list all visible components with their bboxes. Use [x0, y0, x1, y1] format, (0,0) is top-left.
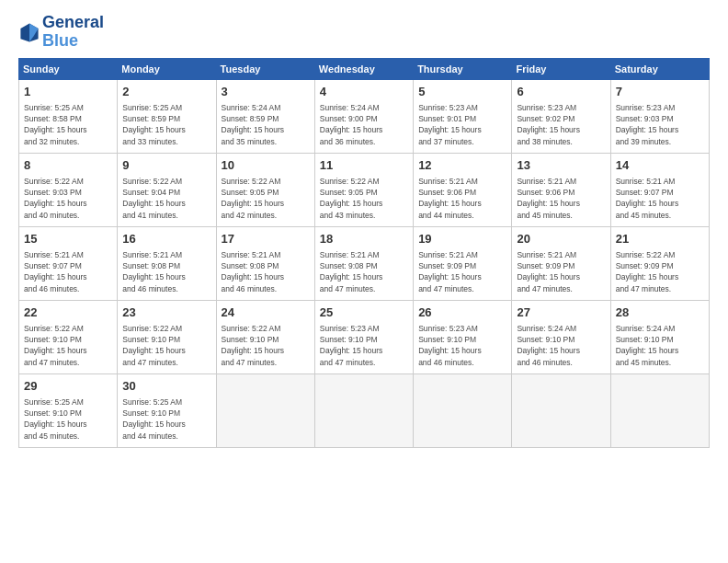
- day-info: Sunrise: 5:25 AMSunset: 8:58 PMDaylight:…: [24, 102, 112, 147]
- day-number: 7: [616, 84, 704, 100]
- day-info: Sunrise: 5:24 AMSunset: 9:10 PMDaylight:…: [616, 323, 704, 368]
- calendar-cell: 8Sunrise: 5:22 AMSunset: 9:03 PMDaylight…: [19, 153, 118, 226]
- calendar-cell: 1Sunrise: 5:25 AMSunset: 8:58 PMDaylight…: [19, 79, 118, 153]
- day-info: Sunrise: 5:21 AMSunset: 9:08 PMDaylight:…: [222, 249, 310, 294]
- calendar-cell: 30Sunrise: 5:25 AMSunset: 9:10 PMDayligh…: [118, 373, 216, 447]
- calendar-cell: [610, 373, 709, 447]
- day-of-week-header: Wednesday: [314, 58, 413, 79]
- calendar-cell: 14Sunrise: 5:21 AMSunset: 9:07 PMDayligh…: [610, 153, 709, 226]
- calendar-cell: 26Sunrise: 5:23 AMSunset: 9:10 PMDayligh…: [414, 300, 512, 373]
- calendar-cell: [512, 373, 610, 447]
- calendar-cell: 19Sunrise: 5:21 AMSunset: 9:09 PMDayligh…: [414, 226, 512, 300]
- day-info: Sunrise: 5:23 AMSunset: 9:03 PMDaylight:…: [616, 102, 704, 147]
- calendar-cell: 21Sunrise: 5:22 AMSunset: 9:09 PMDayligh…: [610, 226, 709, 300]
- day-info: Sunrise: 5:22 AMSunset: 9:10 PMDaylight:…: [122, 323, 210, 368]
- day-number: 21: [616, 231, 704, 247]
- day-number: 28: [616, 304, 704, 321]
- day-info: Sunrise: 5:21 AMSunset: 9:06 PMDaylight:…: [517, 176, 605, 221]
- calendar-cell: 27Sunrise: 5:24 AMSunset: 9:10 PMDayligh…: [512, 300, 610, 373]
- day-info: Sunrise: 5:25 AMSunset: 9:10 PMDaylight:…: [24, 396, 112, 442]
- day-of-week-header: Saturday: [610, 58, 709, 79]
- page: GeneralBlue SundayMondayTuesdayWednesday…: [0, 0, 728, 563]
- day-number: 11: [320, 157, 408, 174]
- day-info: Sunrise: 5:21 AMSunset: 9:06 PMDaylight:…: [418, 176, 506, 221]
- calendar-cell: 12Sunrise: 5:21 AMSunset: 9:06 PMDayligh…: [414, 153, 512, 226]
- calendar-cell: 2Sunrise: 5:25 AMSunset: 8:59 PMDaylight…: [118, 79, 216, 153]
- day-number: 30: [122, 378, 210, 395]
- day-info: Sunrise: 5:25 AMSunset: 8:59 PMDaylight:…: [122, 102, 210, 147]
- day-number: 17: [222, 231, 310, 247]
- day-info: Sunrise: 5:21 AMSunset: 9:08 PMDaylight:…: [122, 249, 210, 294]
- day-number: 15: [24, 231, 112, 247]
- calendar-cell: 4Sunrise: 5:24 AMSunset: 9:00 PMDaylight…: [314, 79, 413, 153]
- day-info: Sunrise: 5:24 AMSunset: 9:10 PMDaylight:…: [517, 323, 605, 368]
- day-info: Sunrise: 5:22 AMSunset: 9:05 PMDaylight:…: [222, 176, 310, 221]
- header: GeneralBlue: [18, 14, 710, 51]
- calendar-cell: 16Sunrise: 5:21 AMSunset: 9:08 PMDayligh…: [118, 226, 216, 300]
- day-of-week-header: Sunday: [19, 58, 118, 79]
- calendar-cell: 28Sunrise: 5:24 AMSunset: 9:10 PMDayligh…: [610, 300, 709, 373]
- calendar-cell: [216, 373, 314, 447]
- day-info: Sunrise: 5:21 AMSunset: 9:07 PMDaylight:…: [616, 176, 704, 221]
- day-info: Sunrise: 5:24 AMSunset: 9:00 PMDaylight:…: [320, 102, 408, 147]
- calendar-cell: 15Sunrise: 5:21 AMSunset: 9:07 PMDayligh…: [19, 226, 118, 300]
- calendar-cell: 13Sunrise: 5:21 AMSunset: 9:06 PMDayligh…: [512, 153, 610, 226]
- calendar-cell: 23Sunrise: 5:22 AMSunset: 9:10 PMDayligh…: [118, 300, 216, 373]
- calendar-cell: 11Sunrise: 5:22 AMSunset: 9:05 PMDayligh…: [314, 153, 413, 226]
- day-number: 27: [517, 304, 605, 321]
- day-info: Sunrise: 5:22 AMSunset: 9:10 PMDaylight:…: [24, 323, 112, 368]
- day-number: 2: [122, 84, 210, 100]
- day-number: 25: [320, 304, 408, 321]
- day-number: 8: [24, 157, 112, 174]
- day-number: 14: [616, 157, 704, 174]
- day-number: 16: [122, 231, 210, 247]
- day-number: 10: [222, 157, 310, 174]
- day-number: 22: [24, 304, 112, 321]
- calendar-cell: [314, 373, 413, 447]
- day-number: 23: [122, 304, 210, 321]
- day-of-week-header: Monday: [118, 58, 216, 79]
- day-number: 5: [418, 84, 506, 100]
- calendar-cell: 25Sunrise: 5:23 AMSunset: 9:10 PMDayligh…: [314, 300, 413, 373]
- calendar-cell: 5Sunrise: 5:23 AMSunset: 9:01 PMDaylight…: [414, 79, 512, 153]
- day-info: Sunrise: 5:22 AMSunset: 9:10 PMDaylight:…: [222, 323, 310, 368]
- day-number: 4: [320, 84, 408, 100]
- logo-icon: [18, 21, 40, 43]
- day-info: Sunrise: 5:21 AMSunset: 9:09 PMDaylight:…: [418, 249, 506, 294]
- day-number: 20: [517, 231, 605, 247]
- day-number: 1: [24, 84, 112, 100]
- day-number: 13: [517, 157, 605, 174]
- day-info: Sunrise: 5:25 AMSunset: 9:10 PMDaylight:…: [122, 396, 210, 442]
- day-number: 3: [222, 84, 310, 100]
- calendar-cell: 7Sunrise: 5:23 AMSunset: 9:03 PMDaylight…: [610, 79, 709, 153]
- day-number: 6: [517, 84, 605, 100]
- day-info: Sunrise: 5:21 AMSunset: 9:08 PMDaylight:…: [320, 249, 408, 294]
- day-number: 24: [222, 304, 310, 321]
- calendar-cell: 10Sunrise: 5:22 AMSunset: 9:05 PMDayligh…: [216, 153, 314, 226]
- calendar-cell: 6Sunrise: 5:23 AMSunset: 9:02 PMDaylight…: [512, 79, 610, 153]
- day-info: Sunrise: 5:23 AMSunset: 9:01 PMDaylight:…: [418, 102, 506, 147]
- day-of-week-header: Thursday: [414, 58, 512, 79]
- day-number: 26: [418, 304, 506, 321]
- calendar-cell: 9Sunrise: 5:22 AMSunset: 9:04 PMDaylight…: [118, 153, 216, 226]
- logo-text: GeneralBlue: [42, 14, 104, 51]
- calendar-cell: 24Sunrise: 5:22 AMSunset: 9:10 PMDayligh…: [216, 300, 314, 373]
- calendar-cell: 22Sunrise: 5:22 AMSunset: 9:10 PMDayligh…: [19, 300, 118, 373]
- day-number: 29: [24, 378, 112, 395]
- day-info: Sunrise: 5:22 AMSunset: 9:09 PMDaylight:…: [616, 249, 704, 294]
- calendar-cell: 3Sunrise: 5:24 AMSunset: 8:59 PMDaylight…: [216, 79, 314, 153]
- day-number: 9: [122, 157, 210, 174]
- calendar-cell: 29Sunrise: 5:25 AMSunset: 9:10 PMDayligh…: [19, 373, 118, 447]
- day-info: Sunrise: 5:23 AMSunset: 9:10 PMDaylight:…: [320, 323, 408, 368]
- calendar-cell: 18Sunrise: 5:21 AMSunset: 9:08 PMDayligh…: [314, 226, 413, 300]
- day-number: 18: [320, 231, 408, 247]
- calendar-cell: 17Sunrise: 5:21 AMSunset: 9:08 PMDayligh…: [216, 226, 314, 300]
- calendar-cell: [414, 373, 512, 447]
- day-info: Sunrise: 5:23 AMSunset: 9:02 PMDaylight:…: [517, 102, 605, 147]
- day-info: Sunrise: 5:22 AMSunset: 9:03 PMDaylight:…: [24, 176, 112, 221]
- logo: GeneralBlue: [18, 14, 104, 51]
- day-info: Sunrise: 5:21 AMSunset: 9:07 PMDaylight:…: [24, 249, 112, 294]
- day-info: Sunrise: 5:22 AMSunset: 9:04 PMDaylight:…: [122, 176, 210, 221]
- day-of-week-header: Friday: [512, 58, 610, 79]
- calendar: SundayMondayTuesdayWednesdayThursdayFrid…: [18, 58, 710, 448]
